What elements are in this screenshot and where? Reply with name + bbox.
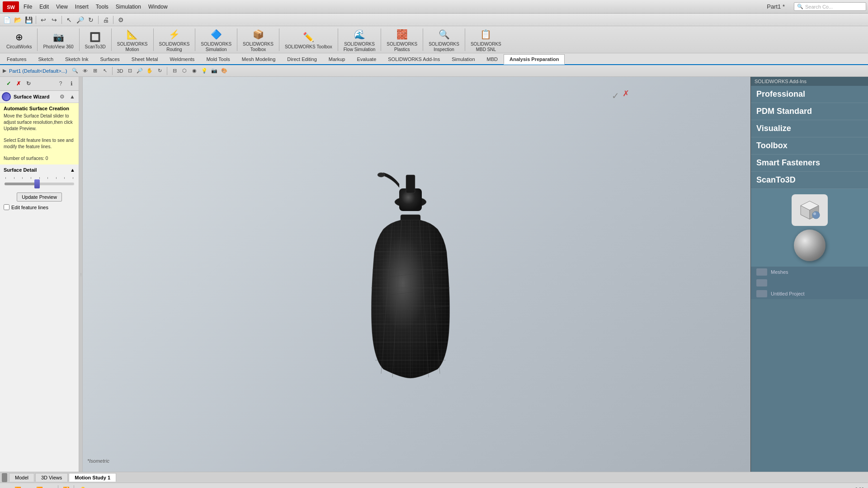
toolbar-btn-save[interactable]: 💾: [24, 15, 33, 25]
menu-simulation[interactable]: Simulation: [112, 2, 145, 12]
anim-key[interactable]: 🔑: [77, 485, 87, 488]
search-box[interactable]: 🔍 Search Co...: [794, 2, 866, 11]
bottom-tab-model[interactable]: Model: [9, 473, 34, 482]
subtool-appearance[interactable]: 🎨: [220, 66, 229, 75]
tool-mbd[interactable]: 📋 SOLIDWORKSMBD SNL: [468, 26, 504, 53]
toolbar-btn-zoom[interactable]: 🔎: [75, 15, 85, 25]
anim-loop[interactable]: 🔁: [61, 485, 71, 488]
menu-window[interactable]: Window: [145, 2, 171, 12]
addon-smart-fasteners[interactable]: Smart Fasteners: [751, 155, 868, 172]
subtool-camera[interactable]: 📷: [210, 66, 219, 75]
subtool-search[interactable]: 🔍: [71, 66, 80, 75]
anim-play[interactable]: ▶: [24, 485, 33, 488]
panel-collapse-icon[interactable]: ▲: [68, 92, 77, 101]
addon-toolbox[interactable]: Toolbox: [751, 137, 868, 155]
update-preview-button[interactable]: Update Preview: [17, 192, 62, 202]
bottom-tab-motion-study[interactable]: Motion Study 1: [69, 473, 116, 482]
tab-simulation[interactable]: Simulation: [446, 54, 481, 64]
addon-scanto3d[interactable]: ScanTo3D: [751, 172, 868, 189]
toolbar-btn-options[interactable]: ⚙: [116, 15, 126, 25]
subtool-hide[interactable]: ◉: [190, 66, 199, 75]
subtool-filter[interactable]: ⊞: [90, 66, 99, 75]
tool-photoview[interactable]: 📷 PhotoView 360: [40, 29, 76, 51]
toolbar-btn-new[interactable]: 📄: [2, 15, 12, 25]
tool-scanto3d[interactable]: 🔲 ScanTo3D: [82, 29, 108, 51]
tab-analysis-preparation[interactable]: Analysis Preparation: [504, 54, 565, 65]
tab-sheet-metal[interactable]: Sheet Metal: [126, 54, 164, 64]
anim-stop[interactable]: ⏹: [45, 485, 55, 488]
toolbar-btn-redo[interactable]: ↪: [49, 15, 59, 25]
tool-sep-7: [279, 28, 279, 51]
tab-evaluate[interactable]: Evaluate: [351, 54, 382, 64]
subtool-zoom-all[interactable]: ⊡: [125, 66, 134, 75]
svg-point-28: [812, 211, 820, 219]
menu-insert[interactable]: Insert: [71, 2, 92, 12]
auto-surface-text1: Move the Surface Detail slider to adjust…: [4, 113, 75, 132]
viewport-checkmark: ✓: [612, 90, 619, 101]
addon-subitem-1[interactable]: Meshes: [751, 267, 868, 277]
viewport[interactable]: *Isometric ✓ ✗: [83, 77, 750, 472]
rebuild-button[interactable]: ↻: [24, 80, 33, 88]
subtool-pan[interactable]: ✋: [145, 66, 154, 75]
tab-markup[interactable]: Markup: [323, 54, 351, 64]
menu-edit[interactable]: Edit: [36, 2, 52, 12]
tab-weldments[interactable]: Weldments: [164, 54, 201, 64]
toolbar-btn-open[interactable]: 📂: [13, 15, 23, 25]
anim-rewind[interactable]: ⏪: [13, 485, 23, 488]
tab-direct-editing[interactable]: Direct Editing: [281, 54, 322, 64]
tab-mbd[interactable]: MBD: [481, 54, 504, 64]
subtool-cursor[interactable]: ↖: [100, 66, 109, 75]
menu-file[interactable]: File: [20, 2, 36, 12]
addon-professional[interactable]: Professional: [751, 86, 868, 103]
subtool-section[interactable]: ⊟: [170, 66, 179, 75]
tool-inspection[interactable]: 🔍 SOLIDWORKSInspection: [426, 26, 462, 53]
addon-subitem-2[interactable]: [751, 277, 868, 288]
confirm-cancel-button[interactable]: ✗: [14, 80, 23, 88]
subtool-zoom-sel[interactable]: 🔎: [135, 66, 144, 75]
subtool-display[interactable]: ⬡: [180, 66, 189, 75]
tool-sep-8: [338, 28, 338, 51]
confirm-ok-button[interactable]: ✓: [5, 80, 13, 88]
tab-mesh-modeling[interactable]: Mesh Modeling: [236, 54, 282, 64]
tab-mold-tools[interactable]: Mold Tools: [200, 54, 236, 64]
menu-view[interactable]: View: [52, 2, 71, 12]
tool-toolbox[interactable]: 📦 SOLIDWORKSToolbox: [240, 26, 276, 53]
toolbar-btn-undo[interactable]: ↩: [38, 15, 48, 25]
subtool-rotate[interactable]: ↻: [155, 66, 164, 75]
addon-visualize[interactable]: Visualize: [751, 120, 868, 137]
panel-options-icon[interactable]: ⚙: [57, 92, 66, 101]
tab-sketch[interactable]: Sketch: [32, 54, 59, 64]
slider-thumb[interactable]: [34, 179, 40, 188]
bottom-tab-3dviews[interactable]: 3D Views: [35, 473, 68, 482]
tool-circuitworks[interactable]: ⊕ CircuitWorks: [4, 29, 34, 51]
tab-surfaces[interactable]: Surfaces: [94, 54, 125, 64]
tab-sketch-ink[interactable]: Sketch Ink: [59, 54, 94, 64]
tool-routing[interactable]: ⚡ SOLIDWORKSRouting: [156, 26, 193, 53]
apps-toolbar: ⊕ CircuitWorks 📷 PhotoView 360 🔲 ScanTo3…: [0, 26, 868, 53]
tool-toanalyst[interactable]: ✏️ SOLIDWORKS Toolbox: [282, 29, 335, 51]
addon-subitem-3[interactable]: Untitled Project: [751, 288, 868, 299]
tab-solidworks-addins[interactable]: SOLIDWORKS Add-Ins: [382, 54, 446, 64]
tool-plastics[interactable]: 🧱 SOLIDWORKSPlastics: [384, 26, 420, 53]
subtool-lights[interactable]: 💡: [200, 66, 209, 75]
tool-simulation[interactable]: 🔷 SOLIDWORKSSimulation: [198, 26, 234, 53]
collapse-handle[interactable]: ⋮: [79, 77, 83, 472]
panel-info-icon[interactable]: ℹ: [67, 79, 76, 88]
subtool-eye[interactable]: 👁: [80, 66, 90, 75]
viewport-close-icon[interactable]: ✗: [623, 89, 629, 99]
toolbar-btn-rotate[interactable]: ↻: [86, 15, 96, 25]
tool-flow[interactable]: 🌊 SOLIDWORKSFlow Simulation: [341, 26, 378, 53]
addon-pdm-standard[interactable]: PDM Standard: [751, 103, 868, 120]
panel-help-icon[interactable]: ?: [56, 79, 65, 88]
subtool-3d[interactable]: 3D: [115, 66, 124, 75]
toolbar-btn-select[interactable]: ↖: [64, 15, 74, 25]
tab-features[interactable]: Features: [1, 54, 32, 64]
tool-motion[interactable]: 📐 SOLIDWORKSMotion: [114, 26, 151, 53]
menu-tools[interactable]: Tools: [92, 2, 112, 12]
toolbar-btn-print[interactable]: 🖨: [101, 15, 111, 25]
surface-detail-collapse[interactable]: ▲: [70, 167, 75, 173]
anim-back-to-start[interactable]: ⏮: [2, 485, 12, 488]
edit-feature-lines-checkbox[interactable]: [4, 204, 9, 210]
anim-forward[interactable]: ⏩: [34, 485, 44, 488]
surface-detail-slider[interactable]: [5, 183, 74, 185]
